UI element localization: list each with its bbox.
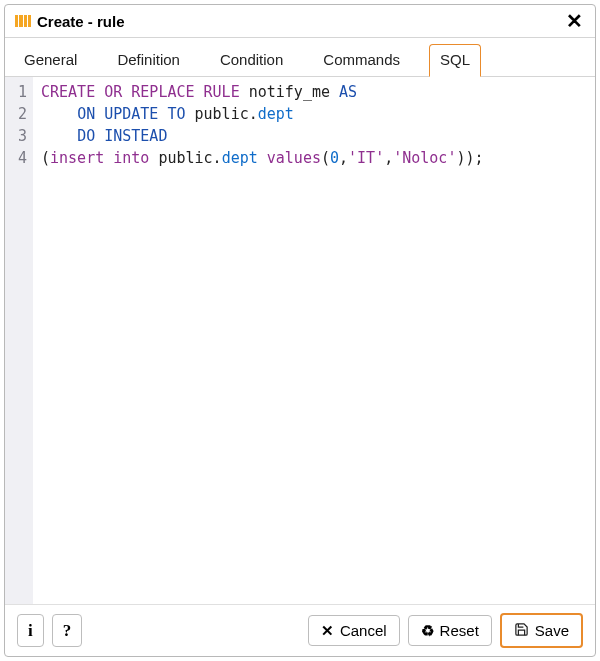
code-line: DO INSTEAD [41, 125, 484, 147]
close-icon[interactable]: ✕ [564, 11, 585, 31]
tab-commands[interactable]: Commands [312, 44, 411, 76]
code-line: CREATE OR REPLACE RULE notify_me AS [41, 81, 484, 103]
title-bar: Create - rule ✕ [5, 5, 595, 38]
save-button[interactable]: Save [500, 613, 583, 648]
code-line: (insert into public.dept values(0,'IT','… [41, 147, 484, 169]
rule-icon [15, 15, 31, 27]
tab-general[interactable]: General [13, 44, 88, 76]
create-rule-dialog: Create - rule ✕ GeneralDefinitionConditi… [4, 4, 596, 657]
tab-condition[interactable]: Condition [209, 44, 294, 76]
line-gutter: 1234 [5, 77, 33, 604]
save-label: Save [535, 623, 569, 638]
dialog-title: Create - rule [37, 13, 564, 30]
help-button[interactable]: ? [52, 614, 83, 647]
code-area[interactable]: CREATE OR REPLACE RULE notify_me AS ON U… [33, 77, 492, 604]
help-icon: ? [63, 622, 72, 639]
close-icon: ✕ [321, 623, 334, 638]
reset-button[interactable]: ♻ Reset [408, 615, 492, 646]
tab-sql[interactable]: SQL [429, 44, 481, 77]
cancel-label: Cancel [340, 623, 387, 638]
code-line: ON UPDATE TO public.dept [41, 103, 484, 125]
footer-bar: i ? ✕ Cancel ♻ Reset Save [5, 604, 595, 656]
reset-label: Reset [440, 623, 479, 638]
cancel-button[interactable]: ✕ Cancel [308, 615, 400, 646]
info-icon: i [28, 622, 33, 639]
tab-bar: GeneralDefinitionConditionCommandsSQL [5, 38, 595, 77]
save-icon [514, 622, 529, 639]
tab-definition[interactable]: Definition [106, 44, 191, 76]
info-button[interactable]: i [17, 614, 44, 647]
sql-editor[interactable]: 1234 CREATE OR REPLACE RULE notify_me AS… [5, 77, 595, 604]
recycle-icon: ♻ [421, 623, 434, 638]
